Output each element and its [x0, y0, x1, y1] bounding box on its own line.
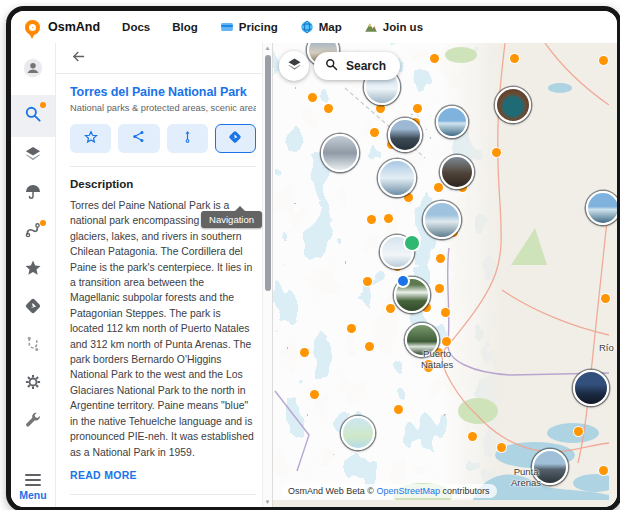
scrollbar-thumb[interactable] [265, 55, 271, 291]
poi-dot[interactable] [367, 215, 376, 224]
poi-dot[interactable] [376, 104, 385, 113]
poi-dot[interactable] [599, 466, 608, 475]
favorite-button[interactable] [70, 124, 111, 153]
search-icon [324, 57, 339, 76]
scrollbar-down-arrow[interactable]: ▼ [264, 499, 271, 505]
poi-dot[interactable] [347, 324, 356, 333]
poi-dot[interactable] [497, 443, 506, 452]
poi-dot[interactable] [324, 104, 333, 113]
action-buttons-row [70, 124, 256, 153]
map-dot-green[interactable] [405, 236, 419, 250]
poi-dot[interactable] [384, 214, 393, 223]
hamburger-icon [25, 474, 41, 486]
distance-button[interactable] [167, 124, 208, 153]
poi-dot[interactable] [492, 148, 501, 157]
nav-link-docs[interactable]: Docs [122, 21, 150, 33]
poi-dot[interactable] [430, 54, 439, 63]
poi-dot[interactable] [441, 308, 450, 317]
map-dot-blue[interactable] [398, 276, 408, 286]
photo-marker[interactable] [440, 155, 474, 189]
poi-dot[interactable] [468, 432, 477, 441]
osmand-web-app: OsmAnd Docs Blog Pricing Map Join us [11, 11, 617, 507]
nav-link-map[interactable]: Map [300, 20, 342, 34]
poi-dot[interactable] [434, 183, 443, 192]
mountain-icon [364, 20, 378, 34]
place-title: Torres del Paine National Park [70, 85, 256, 99]
photo-marker[interactable] [341, 416, 375, 450]
sidebar-item-layers[interactable] [11, 137, 55, 175]
settings-gear-icon [23, 372, 43, 396]
navigation-button[interactable] [215, 124, 256, 153]
poi-dot[interactable] [442, 337, 451, 346]
poi-dot[interactable] [574, 427, 583, 436]
poi-dot[interactable] [363, 277, 372, 286]
poi-dot[interactable] [300, 348, 309, 357]
description-heading: Description [70, 178, 256, 190]
sidebar-item-plan-route[interactable] [11, 327, 55, 365]
osmand-logo[interactable]: OsmAnd [25, 20, 100, 35]
poi-dot[interactable] [599, 56, 608, 65]
photo-marker[interactable] [495, 87, 531, 123]
photo-marker[interactable] [436, 106, 468, 138]
brand-name: OsmAnd [48, 20, 100, 34]
window-frame: OsmAnd Docs Blog Pricing Map Join us [6, 6, 620, 510]
poi-dot[interactable] [386, 304, 395, 313]
photo-marker[interactable] [321, 134, 359, 172]
online-photos-heading: Online photos [70, 506, 256, 507]
divider [70, 166, 256, 167]
poi-dot[interactable] [413, 104, 422, 113]
nav-link-join-us[interactable]: Join us [364, 20, 423, 34]
poi-dot[interactable] [436, 254, 445, 263]
nav-link-blog[interactable]: Blog [172, 21, 198, 33]
back-arrow-button[interactable] [70, 48, 87, 69]
favorites-star-icon [23, 258, 43, 282]
openstreetmap-link[interactable]: OpenStreetMap [377, 486, 441, 496]
top-navbar: OsmAnd Docs Blog Pricing Map Join us [11, 11, 617, 43]
photo-marker[interactable] [388, 118, 422, 152]
poi-dot[interactable] [310, 390, 319, 399]
poi-dot[interactable] [365, 342, 374, 351]
scrollbar-up-arrow[interactable]: ▲ [264, 45, 271, 51]
favorite-star-icon [83, 129, 99, 149]
sidebar-item-favorites[interactable] [11, 251, 55, 289]
share-button[interactable] [118, 124, 159, 153]
main-area: Menu Torres del Paine National Park Nati… [11, 43, 617, 507]
nav-link-pricing[interactable]: Pricing [220, 20, 278, 34]
account-icon [22, 57, 44, 83]
poi-dot[interactable] [370, 128, 379, 137]
poi-dot[interactable] [308, 93, 317, 102]
description-text: Torres del Paine National Park is a nati… [70, 198, 256, 460]
panel-scrollbar[interactable]: ▲ ▼ [262, 43, 272, 507]
poi-dot[interactable] [510, 54, 519, 63]
place-subtitle: National parks & protected areas, scenic… [70, 103, 256, 113]
photo-marker[interactable] [378, 159, 416, 197]
plan-route-icon [23, 334, 43, 358]
map-label: PuertoNatales [421, 349, 453, 370]
photo-marker[interactable] [573, 370, 609, 406]
sidebar-item-account[interactable] [11, 51, 55, 89]
divider [56, 73, 272, 74]
photo-marker[interactable] [586, 191, 617, 225]
map-label: PuntaArenas [511, 467, 541, 488]
map-layers-button[interactable] [279, 51, 309, 81]
navigation-tooltip: Navigation [201, 211, 262, 228]
divider [70, 494, 256, 495]
photo-marker[interactable] [423, 201, 461, 239]
sidebar-item-settings[interactable] [11, 365, 55, 403]
map-search-button[interactable]: Search [314, 52, 400, 80]
sidebar-menu-button[interactable]: Menu [19, 474, 46, 501]
share-icon [131, 129, 146, 148]
search-icon [23, 104, 43, 128]
read-more-link[interactable]: READ MORE [70, 469, 256, 481]
osmand-pin-icon [25, 20, 40, 35]
poi-dot[interactable] [394, 405, 403, 414]
sidebar-item-utilities[interactable] [11, 403, 55, 441]
poi-dot[interactable] [435, 284, 444, 293]
sidebar-item-weather[interactable] [11, 175, 55, 213]
sidebar-item-tracks[interactable] [11, 213, 55, 251]
sidebar-item-navigation[interactable] [11, 289, 55, 327]
map-canvas[interactable]: PuertoNatalesPuntaArenasRío Search OsmAn… [273, 43, 617, 507]
tracks-badge [40, 220, 46, 226]
sidebar-item-search[interactable] [11, 95, 55, 137]
poi-dot[interactable] [601, 294, 610, 303]
